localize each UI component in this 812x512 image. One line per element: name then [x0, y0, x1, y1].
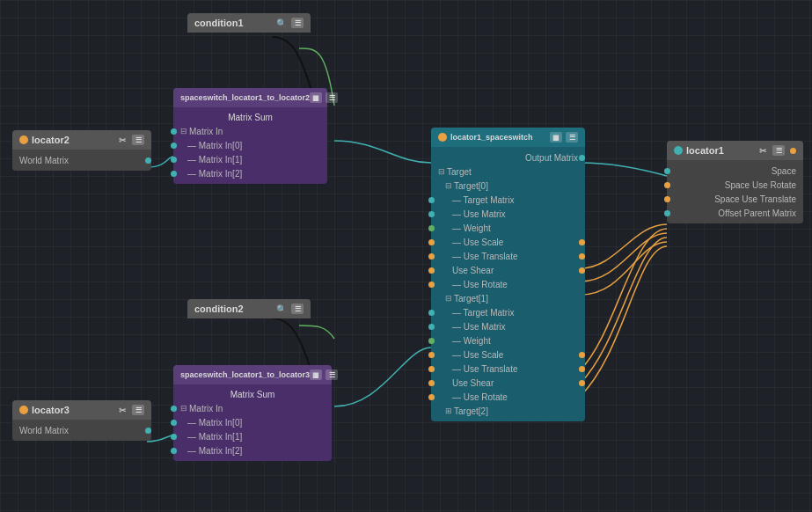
locator1-spacerotate-in[interactable]: [664, 182, 670, 188]
locator1-offsetparent-in[interactable]: [664, 210, 670, 216]
spaceswitch2-matrixin1-in[interactable]: [171, 434, 177, 440]
target1-usetranslate-in[interactable]: [428, 366, 435, 372]
locator2-orange-port[interactable]: [19, 135, 28, 144]
target0-weight-port: — Weight: [438, 221, 578, 235]
target1-userotate-in[interactable]: [428, 394, 435, 400]
spaceswitch1-matrixin1-port: — Matrix In[1]: [180, 152, 320, 166]
spaceswitch2-matrixin0-port: — Matrix In[0]: [180, 415, 325, 429]
target1-useshear-port: Use Shear: [438, 376, 578, 390]
locator1-ss-body: Output Matrix ⊟Target ⊟Target[0] — Targe…: [431, 147, 585, 421]
target1-usematrix-in[interactable]: [428, 324, 435, 330]
target0-useshear-out[interactable]: [579, 267, 585, 274]
spaceswitch1-header: spaceswitch_locator1_to_locator2 ▦ ☰: [173, 88, 327, 107]
locator2-body: World Matrix: [12, 150, 151, 171]
locator1-right-orange[interactable]: [790, 148, 796, 154]
spaceswitch2-matrixin1-port: — Matrix In[1]: [180, 429, 325, 443]
spaceswitch1-matrixin2-in[interactable]: [171, 171, 177, 177]
spaceswitch2-matrixin-port: ⊟Matrix In: [180, 401, 325, 415]
spaceswitch1-body: Matrix Sum ⊟Matrix In — Matrix In[0] — M…: [173, 107, 327, 184]
target1-userotate-port: — Use Rotate: [438, 390, 578, 404]
target1-usematrix-port: — Use Matrix: [438, 319, 578, 333]
locator3-worldmatrix-out[interactable]: [145, 428, 151, 434]
target1-usescale-port: — Use Scale: [438, 347, 578, 362]
locator1-space-in[interactable]: [664, 168, 670, 174]
spaceswitch2-menu-icon[interactable]: ☰: [326, 369, 338, 380]
spaceswitch1-menu-icon[interactable]: ☰: [326, 92, 338, 103]
locator2-worldmatrix-out[interactable]: [145, 157, 151, 164]
spaceswitch1-matrixin1-in[interactable]: [171, 157, 177, 163]
condition1-header: condition1 🔍 ☰: [187, 13, 311, 33]
spaceswitch1-body-label: Matrix Sum: [180, 111, 320, 124]
locator1-ss-header: locator1_spaceswitch ▦ ☰: [431, 128, 585, 147]
locator2-menu-icon[interactable]: ☰: [132, 135, 144, 145]
target0-usescale-out[interactable]: [579, 239, 585, 245]
locator1-ss-orange-port[interactable]: [438, 133, 447, 142]
target0-usematrix-port: — Use Matrix: [438, 207, 578, 221]
output-matrix-label: Output Matrix: [525, 153, 578, 163]
target2-group-port: ⊞Target[2]: [438, 404, 578, 418]
target1-group-port: ⊟Target[1]: [438, 291, 578, 305]
condition2-header: condition2 🔍 ☰: [187, 299, 311, 318]
spaceswitch2-body: Matrix Sum ⊟Matrix In — Matrix In[0] — M…: [173, 384, 332, 461]
target1-usescale-out[interactable]: [579, 352, 585, 358]
locator1-title: locator1: [686, 145, 724, 156]
locator2-worldmatrix-port: World Matrix: [19, 153, 144, 167]
spaceswitch1-matrixin2-port: — Matrix In[2]: [180, 166, 320, 180]
spaceswitch2-title: spaceswitch_locator1_to_locator3: [180, 370, 310, 379]
target0-useshear-port: Use Shear: [438, 263, 578, 277]
target1-useshear-in[interactable]: [428, 380, 435, 386]
condition2-title: condition2: [194, 304, 244, 314]
condition2-menu-icon[interactable]: ☰: [291, 304, 304, 314]
target0-useshear-in[interactable]: [428, 267, 435, 274]
locator1-spacetranslate-in[interactable]: [664, 196, 670, 202]
spaceswitch1-matrixin-in[interactable]: [171, 128, 177, 135]
spaceswitch2-node: spaceswitch_locator1_to_locator3 ▦ ☰ Mat…: [173, 365, 332, 461]
target0-weight-in[interactable]: [428, 225, 435, 231]
locator2-search-icon[interactable]: ✂: [116, 135, 128, 145]
spaceswitch2-matrixin2-port: — Matrix In[2]: [180, 443, 325, 457]
spaceswitch2-icon-a[interactable]: ▦: [310, 369, 322, 380]
locator1-space-port: Space: [674, 164, 796, 178]
condition1-menu-icon[interactable]: ☰: [291, 18, 304, 28]
condition2-node: condition2 🔍 ☰: [187, 299, 311, 318]
locator1-header: locator1 ✂ ☰: [667, 141, 803, 160]
locator1-menu-icon[interactable]: ☰: [772, 145, 785, 156]
target0-usetranslate-out[interactable]: [579, 253, 585, 260]
condition1-search-icon[interactable]: 🔍: [275, 18, 288, 28]
target1-weight-in[interactable]: [428, 338, 435, 344]
spaceswitch2-matrixin0-in[interactable]: [171, 420, 177, 426]
locator2-node: locator2 ✂ ☰ World Matrix: [12, 130, 151, 171]
locator3-orange-port[interactable]: [19, 406, 28, 414]
spaceswitch1-icon-a[interactable]: ▦: [310, 92, 322, 103]
locator3-menu-icon[interactable]: ☰: [132, 405, 144, 415]
target1-targetmatrix-port: — Target Matrix: [438, 305, 578, 319]
target0-usematrix-in[interactable]: [428, 211, 435, 217]
target0-userotate-in[interactable]: [428, 282, 435, 288]
locator1-ss-menu-icon[interactable]: ☰: [566, 132, 578, 143]
target1-usetranslate-out[interactable]: [579, 366, 585, 372]
locator1-teal-port[interactable]: [674, 146, 683, 155]
spaceswitch1-matrixin0-in[interactable]: [171, 143, 177, 149]
output-matrix-port: Output Matrix: [438, 150, 578, 165]
locator1-node: locator1 ✂ ☰ Space Space Use Rotate Spac…: [667, 141, 803, 223]
locator2-header: locator2 ✂ ☰: [12, 130, 151, 150]
target0-targetmatrix-in[interactable]: [428, 197, 435, 203]
spaceswitch2-matrixin-in[interactable]: [171, 406, 177, 412]
target1-useshear-out[interactable]: [579, 380, 585, 386]
target0-userotate-port: — Use Rotate: [438, 277, 578, 291]
target1-usescale-in[interactable]: [428, 352, 435, 358]
condition2-search-icon[interactable]: 🔍: [275, 304, 288, 314]
target0-usetranslate-in[interactable]: [428, 253, 435, 260]
locator1-spacetranslate-port: Space Use Translate: [674, 192, 796, 206]
spaceswitch2-matrixin2-in[interactable]: [171, 448, 177, 454]
locator3-header: locator3 ✂ ☰: [12, 400, 151, 420]
target1-usetranslate-port: — Use Translate: [438, 362, 578, 376]
locator3-search-icon[interactable]: ✂: [116, 405, 128, 415]
target0-targetmatrix-port: — Target Matrix: [438, 193, 578, 207]
locator1-search-icon[interactable]: ✂: [757, 145, 769, 156]
locator1-ss-icon-a[interactable]: ▦: [550, 132, 562, 143]
spaceswitch1-matrixin-port: ⊟Matrix In: [180, 124, 320, 138]
output-matrix-out[interactable]: [579, 155, 585, 161]
target0-usescale-in[interactable]: [428, 239, 435, 245]
target1-targetmatrix-in[interactable]: [428, 310, 435, 316]
